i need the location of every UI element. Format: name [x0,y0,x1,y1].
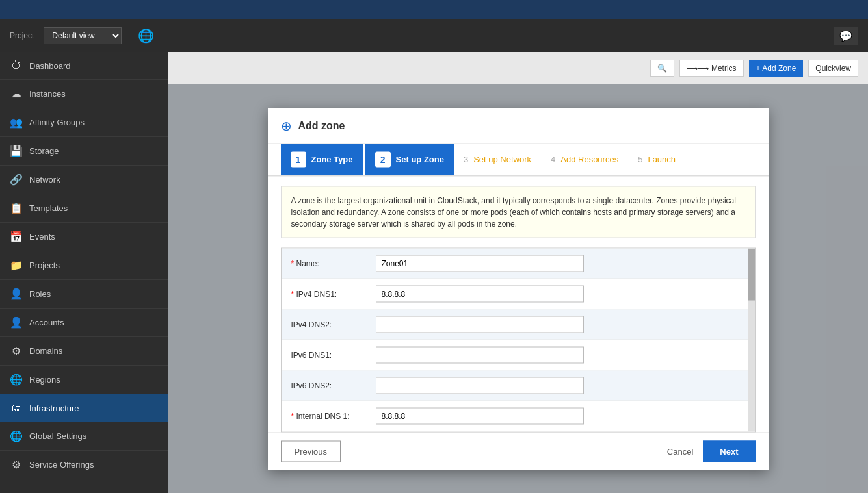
modal-title: Add zone [298,120,345,131]
form-row-ipv4dns1: * IPv4 DNS1: [282,279,755,309]
internal-dns1-input[interactable] [376,407,584,424]
ipv6-dns1-input[interactable] [376,346,584,363]
ipv6dns1-label: IPv6 DNS1: [291,350,376,359]
sidebar-item-label: Storage [29,146,59,156]
form-row-ipv6dns1: IPv6 DNS1: [282,340,755,370]
projects-icon: 📁 [10,259,23,272]
quickview-button[interactable]: Quickview [808,60,858,77]
accounts-icon: 👤 [10,316,23,329]
sidebar-item-events[interactable]: 📅 Events [0,223,168,251]
search-button[interactable]: 🔍 [650,60,674,77]
sidebar-item-label: Domains [29,346,62,356]
info-text: A zone is the largest organizational uni… [291,196,736,228]
sidebar-item-label: Templates [29,203,68,213]
sidebar-item-regions[interactable]: 🌐 Regions [0,366,168,394]
sidebar-item-label: Global Settings [29,431,86,441]
wizard-step-2[interactable]: 2 Set up Zone [365,144,454,175]
add-zone-button[interactable]: + Add Zone [749,60,804,77]
infrastructure-icon: 🗂 [10,402,23,414]
name-input[interactable] [376,255,584,272]
required-asterisk: * [291,411,296,420]
main-layout: ⏱ Dashboard ☁ Instances 👥 Affinity Group… [0,52,868,493]
sidebar-item-instances[interactable]: ☁ Instances [0,80,168,108]
globe-icon: 🌐 [138,28,154,44]
sidebar-item-label: Network [29,175,60,184]
sidebar-item-infrastructure[interactable]: 🗂 Infrastructure [0,394,168,422]
chat-icon-btn[interactable]: 💬 [834,27,858,45]
network-icon: 🔗 [10,173,23,186]
sidebar-item-affinity-groups[interactable]: 👥 Affinity Groups [0,108,168,137]
sidebar-item-label: Accounts [29,318,64,327]
quickview-label: Quickview [815,64,851,73]
ipv4-dns2-input[interactable] [376,316,584,333]
project-select[interactable]: Default view [44,27,122,44]
step-2-label: Set up Zone [396,155,444,164]
service-offerings-icon: ⚙ [10,459,23,471]
step-1-label: Zone Type [311,155,353,164]
sidebar-item-label: Infrastructure [29,403,79,413]
cancel-button[interactable]: Cancel [667,446,693,456]
modal-footer: Previous Cancel Next [268,432,769,470]
dashboard-icon: ⏱ [10,60,23,71]
sidebar-item-templates[interactable]: 📋 Templates [0,194,168,223]
step-4-num: 4 [551,155,555,164]
step-5-num: 5 [638,155,642,164]
step-1-num: 1 [291,151,306,167]
metrics-label: Metrics [711,64,737,73]
events-icon: 📅 [10,231,23,243]
ipv4dns1-label: * IPv4 DNS1: [291,289,376,298]
wizard-step-1[interactable]: 1 Zone Type [281,144,363,175]
form-row-internal-dns1: * Internal DNS 1: [282,401,755,431]
sidebar-item-dashboard[interactable]: ⏱ Dashboard [0,52,168,80]
sidebar-item-label: Affinity Groups [29,118,85,127]
metrics-button[interactable]: ⟶⟶ Metrics [679,60,744,77]
sidebar-item-label: Regions [29,375,60,385]
wizard-step-3[interactable]: 3 Set up Network [454,144,541,175]
content-body: ⊕ Add zone 1 Zone Type 2 Set up Zone [168,84,868,493]
sidebar-item-global-settings[interactable]: 🌐 Global Settings [0,422,168,451]
ipv4-dns1-input[interactable] [376,285,584,302]
wizard-step-5[interactable]: 5 Launch [628,144,685,175]
global-settings-icon: 🌐 [10,430,23,442]
project-bar: Project Default view 🌐 💬 [0,19,868,52]
sidebar-item-label: Instances [29,89,66,99]
form-container[interactable]: * Name: * IPv4 DNS1: [281,247,756,432]
sidebar-item-network[interactable]: 🔗 Network [0,166,168,194]
sidebar-item-label: Projects [29,260,60,270]
previous-button[interactable]: Previous [281,440,341,462]
affinity-groups-icon: 👥 [10,116,23,129]
scrollbar-thumb [748,248,755,300]
sidebar-item-storage[interactable]: 💾 Storage [0,137,168,166]
top-bar [0,0,868,19]
step-3-label: Set up Network [473,155,531,164]
sidebar-item-label: Roles [29,289,51,299]
roles-icon: 👤 [10,288,23,300]
content-header: 🔍 ⟶⟶ Metrics + Add Zone Quickview [168,52,868,84]
sidebar-item-accounts[interactable]: 👤 Accounts [0,309,168,337]
regions-icon: 🌐 [10,373,23,386]
next-button[interactable]: Next [703,440,755,462]
add-zone-label: + Add Zone [756,64,796,73]
form-row-ipv6dns2: IPv6 DNS2: [282,370,755,401]
sidebar-item-domains[interactable]: ⚙ Domains [0,337,168,366]
wizard-step-4[interactable]: 4 Add Resources [541,144,628,175]
ipv6-dns2-input[interactable] [376,377,584,394]
internal-dns1-label: * Internal DNS 1: [291,411,376,420]
content-area: 🔍 ⟶⟶ Metrics + Add Zone Quickview ⊕ Add … [168,52,868,493]
name-label: * Name: [291,259,376,268]
sidebar-item-service-offerings[interactable]: ⚙ Service Offerings [0,451,168,479]
sidebar-item-projects[interactable]: 📁 Projects [0,251,168,280]
metrics-icon: ⟶⟶ [687,64,709,73]
add-zone-modal: ⊕ Add zone 1 Zone Type 2 Set up Zone [268,108,769,470]
sidebar-item-label: Service Offerings [29,460,94,470]
modal-title-icon: ⊕ [281,118,292,133]
instances-icon: ☁ [10,88,23,100]
info-box: A zone is the largest organizational uni… [281,186,756,238]
step-2-num: 2 [375,151,391,167]
form-scrollbar[interactable] [748,248,755,431]
form-row-name: * Name: [282,248,755,279]
sidebar-item-roles[interactable]: 👤 Roles [0,280,168,309]
top-right-icons: 💬 [834,27,858,45]
footer-right: Cancel Next [667,440,756,462]
form-row-ipv4dns2: IPv4 DNS2: [282,309,755,340]
